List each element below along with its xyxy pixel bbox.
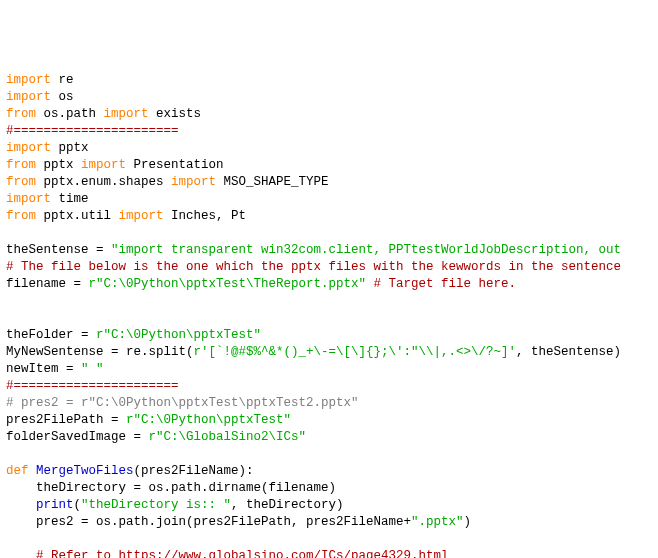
code-token: folderSavedImage =	[6, 430, 149, 444]
code-line: theSentense = "import transparent win32c…	[6, 242, 652, 259]
code-token	[29, 464, 37, 478]
code-token: pptx.enum.shapes	[36, 175, 171, 189]
code-token	[366, 277, 374, 291]
code-token	[6, 294, 14, 308]
code-token: )	[464, 515, 472, 529]
code-token: theFolder =	[6, 328, 96, 342]
code-token: MergeTwoFiles	[36, 464, 134, 478]
code-line: #======================	[6, 123, 652, 140]
code-token: r"C:\0Python\pptxTest"	[126, 413, 291, 427]
code-token	[6, 532, 14, 546]
code-token: exists	[149, 107, 202, 121]
code-token: time	[51, 192, 89, 206]
code-line	[6, 225, 652, 242]
code-token: pptx.util	[36, 209, 119, 223]
code-token: #======================	[6, 124, 179, 138]
code-token	[6, 226, 14, 240]
code-token: MSO_SHAPE_TYPE	[216, 175, 329, 189]
code-token: import	[6, 90, 51, 104]
code-token: def	[6, 464, 29, 478]
code-token: import	[6, 192, 51, 206]
code-token: theSentense =	[6, 243, 111, 257]
code-token: theDirectory = os.path.dirname(filename)	[6, 481, 336, 495]
code-line	[6, 531, 652, 548]
code-line: filename = r"C:\0Python\pptxTest\TheRepo…	[6, 276, 652, 293]
code-token: re	[51, 73, 74, 87]
code-token: pres2FilePath =	[6, 413, 126, 427]
code-line: def MergeTwoFiles(pres2FileName):	[6, 463, 652, 480]
code-line: theDirectory = os.path.dirname(filename)	[6, 480, 652, 497]
code-token: pptx	[36, 158, 81, 172]
code-line: from pptx import Presentation	[6, 157, 652, 174]
code-line: pres2 = os.path.join(pres2FilePath, pres…	[6, 514, 652, 531]
code-token: Inches, Pt	[164, 209, 247, 223]
code-token: import	[119, 209, 164, 223]
code-token: #======================	[6, 379, 179, 393]
code-block: import reimport osfrom os.path import ex…	[6, 72, 652, 558]
code-line: MyNewSentense = re.split(r'[`!@#$%^&*()_…	[6, 344, 652, 361]
code-line: folderSavedImage = r"C:\GlobalSino2\ICs"	[6, 429, 652, 446]
code-token: filename =	[6, 277, 89, 291]
code-line: newItem = " "	[6, 361, 652, 378]
code-token: import	[81, 158, 126, 172]
code-line: import os	[6, 89, 652, 106]
code-line: pres2FilePath = r"C:\0Python\pptxTest"	[6, 412, 652, 429]
code-token	[6, 447, 14, 461]
code-token: import	[6, 73, 51, 87]
code-token: os.path	[36, 107, 104, 121]
code-token	[6, 498, 36, 512]
code-line	[6, 293, 652, 310]
code-token: r"C:\0Python\pptxTest"	[96, 328, 261, 342]
code-token: from	[6, 175, 36, 189]
code-line: import time	[6, 191, 652, 208]
code-token: "import transparent win32com.client, PPT…	[111, 243, 621, 257]
code-token: os	[51, 90, 74, 104]
code-line: from pptx.util import Inches, Pt	[6, 208, 652, 225]
code-token: pres2 = os.path.join(pres2FilePath, pres…	[6, 515, 411, 529]
code-token	[6, 549, 36, 558]
code-token: from	[6, 209, 36, 223]
code-token: print	[36, 498, 74, 512]
code-line: import re	[6, 72, 652, 89]
code-token: , theSentense)	[516, 345, 621, 359]
code-token: MyNewSentense = re.split(	[6, 345, 194, 359]
code-token: # Refer to https://www.globalsino.com/IC…	[36, 549, 449, 558]
code-line: # pres2 = r"C:\0Python\pptxTest\pptxTest…	[6, 395, 652, 412]
code-token: # Target file here.	[374, 277, 517, 291]
code-token: import	[104, 107, 149, 121]
code-token: , theDirectory)	[231, 498, 344, 512]
code-token: import	[171, 175, 216, 189]
code-line: import pptx	[6, 140, 652, 157]
code-token: r"C:\0Python\pptxTest\TheReport.pptx"	[89, 277, 367, 291]
code-token: # pres2 = r"C:\0Python\pptxTest\pptxTest…	[6, 396, 359, 410]
code-token: from	[6, 158, 36, 172]
code-token: "theDirectory is:: "	[81, 498, 231, 512]
code-line: from pptx.enum.shapes import MSO_SHAPE_T…	[6, 174, 652, 191]
code-token: Presentation	[126, 158, 224, 172]
code-token: (	[74, 498, 82, 512]
code-token: pptx	[51, 141, 89, 155]
code-token: from	[6, 107, 36, 121]
code-line	[6, 310, 652, 327]
code-line: theFolder = r"C:\0Python\pptxTest"	[6, 327, 652, 344]
code-token: r'[`!@#$%^&*()_+\-=\[\]{};\':"\\|,.<>\/?…	[194, 345, 517, 359]
code-token: newItem =	[6, 362, 81, 376]
code-token: ".pptx"	[411, 515, 464, 529]
code-token: # The file below is the one which the pp…	[6, 260, 621, 274]
code-line: from os.path import exists	[6, 106, 652, 123]
code-line: # The file below is the one which the pp…	[6, 259, 652, 276]
code-line: # Refer to https://www.globalsino.com/IC…	[6, 548, 652, 558]
code-token: import	[6, 141, 51, 155]
code-token: " "	[81, 362, 104, 376]
code-token: r"C:\GlobalSino2\ICs"	[149, 430, 307, 444]
code-token: (pres2FileName):	[134, 464, 254, 478]
code-line: print("theDirectory is:: ", theDirectory…	[6, 497, 652, 514]
code-line	[6, 446, 652, 463]
code-token	[6, 311, 14, 325]
code-line: #======================	[6, 378, 652, 395]
